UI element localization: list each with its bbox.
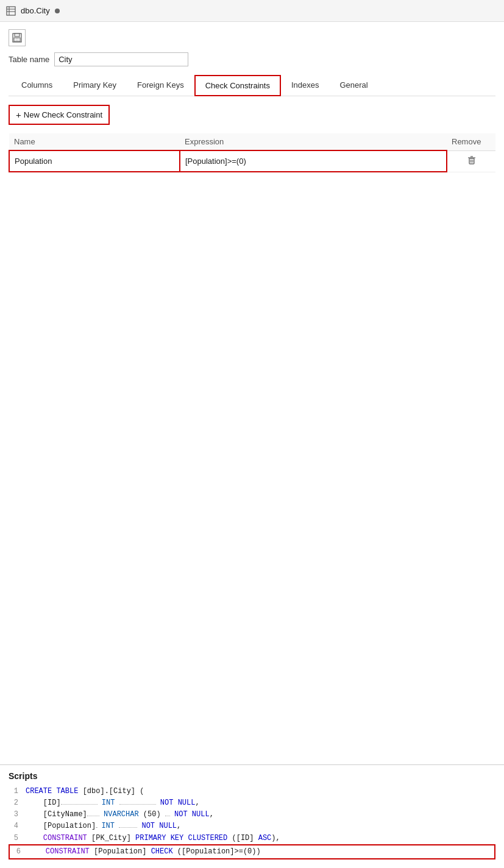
line-num-1: 1 <box>9 786 18 797</box>
line-num-4: 4 <box>9 820 18 832</box>
code-line-4: 4 [Population] INT NOT NULL, <box>9 820 495 832</box>
tab-primary-key[interactable]: Primary Key <box>63 75 127 96</box>
constraint-expression-cell[interactable]: [Population]>=(0) <box>180 150 447 172</box>
new-check-constraint-button[interactable]: + New Check Constraint <box>9 105 110 125</box>
code-block: 1 CREATE TABLE [dbo].[City] ( 2 [ID] INT… <box>9 786 495 859</box>
table-name-label: Table name <box>9 55 49 64</box>
save-button[interactable] <box>9 29 26 46</box>
tab-columns[interactable]: Columns <box>11 75 63 96</box>
table-row: Population [Population]>=(0) <box>9 150 495 172</box>
code-line-6: 6 CONSTRAINT [Population] CHECK ([Popula… <box>9 844 495 859</box>
svg-rect-0 <box>7 7 15 15</box>
tab-check-constraints[interactable]: Check Constraints <box>194 75 281 96</box>
title-bar-table-name: dbo.City <box>21 6 50 15</box>
code-line-1: 1 CREATE TABLE [dbo].[City] ( <box>9 786 495 797</box>
col-header-remove: Remove <box>447 133 495 150</box>
line-num-6: 6 <box>11 846 21 858</box>
title-bar: dbo.City <box>0 0 504 22</box>
constraint-remove-cell <box>447 150 495 172</box>
code-line-5: 5 CONSTRAINT [PK_City] PRIMARY KEY CLUST… <box>9 833 495 844</box>
new-constraint-label: New Check Constraint <box>24 110 102 119</box>
col-header-expression: Expression <box>180 133 447 150</box>
tab-foreign-keys[interactable]: Foreign Keys <box>127 75 194 96</box>
scripts-section: Scripts 1 CREATE TABLE [dbo].[City] ( 2 … <box>0 764 504 868</box>
code-line-2: 2 [ID] INT NOT NULL, <box>9 797 495 809</box>
svg-rect-7 <box>16 38 18 41</box>
table-name-input[interactable] <box>54 52 188 66</box>
table-icon <box>6 5 16 16</box>
col-header-name: Name <box>9 133 180 150</box>
code-line-3: 3 [CityName] NVARCHAR (50) NOT NULL, <box>9 809 495 820</box>
plus-icon: + <box>16 110 21 120</box>
tab-general[interactable]: General <box>329 75 378 96</box>
scripts-title: Scripts <box>9 771 495 781</box>
constraints-table: Name Expression Remove Population [Popul… <box>9 133 495 172</box>
delete-constraint-button[interactable] <box>466 157 477 168</box>
line-num-5: 5 <box>9 833 18 844</box>
unsaved-dot <box>55 9 60 13</box>
tab-indexes[interactable]: Indexes <box>281 75 330 96</box>
line-num-2: 2 <box>9 797 18 809</box>
constraint-name-cell[interactable]: Population <box>9 150 180 172</box>
line-num-3: 3 <box>9 809 18 820</box>
table-name-row: Table name <box>9 52 495 66</box>
svg-rect-5 <box>15 34 20 37</box>
tabs-container: Columns Primary Key Foreign Keys Check C… <box>9 75 495 96</box>
